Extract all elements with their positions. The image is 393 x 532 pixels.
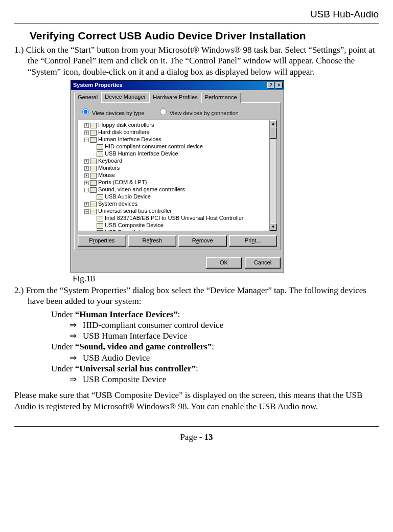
scroll-up-button[interactable]: ▲ [270,120,276,127]
tab-hardware-profiles[interactable]: Hardware Profiles [149,93,201,103]
btn-part: resh [151,237,162,243]
under-usb: Under “Universal serial bus controller”: [51,363,379,374]
refresh-button[interactable]: Refresh [128,235,177,247]
under-sound: Under “Sound, video and game controllers… [51,341,379,352]
tree-scrollbar[interactable]: ▲ ▼ [269,120,276,231]
scroll-down-button[interactable]: ▼ [270,224,276,231]
tree-item-usb-root-hub[interactable]: USB Root Hub [79,229,276,231]
ok-button[interactable]: OK [206,257,242,269]
remove-button[interactable]: Remove [178,235,227,247]
under-category: “Human Interface Devices” [75,309,178,319]
monitor-icon [90,166,97,171]
tree-item-usb-composite[interactable]: USB Composite Device [79,221,276,229]
tree-item-ports[interactable]: +Ports (COM & LPT) [79,179,276,186]
list-text: HID-compliant consumer control device [83,320,223,330]
arrow-icon: ⇒ [70,320,83,330]
list-item: ⇒USB Composite Device [70,374,379,385]
step-1: 1.) Click on the “Start” button from you… [14,45,379,77]
tree-label: Ports (COM & LPT) [98,179,147,185]
usb-icon [97,223,103,229]
closing-note: Please make sure that “USB Composite Dev… [14,390,379,412]
port-icon [90,180,97,186]
tab-panel: View devices by type View devices by con… [74,102,281,251]
tree-item-sound[interactable]: −Sound, video and game controllers [79,186,276,193]
hid-icon [90,137,97,143]
expander-icon[interactable]: + [84,130,89,135]
expander-icon[interactable]: − [84,138,89,142]
btn-part: t... [255,237,261,243]
sound-icon [97,194,103,200]
tab-performance[interactable]: Performance [201,93,241,103]
radio-label-part: ype [135,110,145,116]
system-icon [90,202,97,207]
tab-device-manager[interactable]: Device Manager [101,92,149,102]
dialog-title: System Properties [73,82,123,89]
radio-label-part: View devices by [92,110,134,116]
expander-icon[interactable]: + [84,202,89,207]
radio-by-connection[interactable]: View devices by connection [157,110,239,116]
section-title: Verifying Correct USB Audio Device Drive… [30,29,379,42]
list-text: USB Human Interface Device [83,331,187,341]
radio-by-connection-input[interactable] [160,108,167,115]
tree-item-system[interactable]: +System devices [79,200,276,207]
tree-label: Keyboard [98,158,122,164]
arrow-icon: ⇒ [70,352,83,363]
expander-icon[interactable]: + [84,166,89,171]
expander-icon[interactable]: + [84,181,89,185]
mouse-icon [90,173,97,179]
keyboard-icon [90,159,97,164]
tree-label: Intel 82371AB/EB PCI to USB Universal Ho… [105,215,243,221]
list-item: ⇒USB Human Interface Device [70,330,379,341]
tree-item-hid-usb[interactable]: USB Human Interface Device [79,150,276,157]
tree-label: Hard disk controllers [98,129,149,135]
btn-part: operties [95,237,114,243]
expander-icon[interactable]: + [84,173,89,178]
colon: : [212,342,214,351]
btn-part: Pri [245,237,251,243]
tree-item-hid[interactable]: −Human Interface Devices [79,136,276,143]
btn-part: R [192,237,196,243]
under-prefix: Under [51,309,75,319]
expander-icon[interactable]: + [84,159,89,164]
tree-label: System devices [98,201,137,207]
tree-item-usb-audio[interactable]: USB Audio Device [79,193,276,200]
tree-item-harddisk[interactable]: +Hard disk controllers [79,128,276,136]
tree-label: USB Human Interface Device [105,150,178,157]
product-name: USB Hub-Audio [310,9,379,19]
tree-item-monitors[interactable]: +Monitors [79,164,276,171]
tree-label: Human Interface Devices [98,136,161,142]
step-2: 2.) From the “System Properties” dialog … [14,285,379,307]
expander-icon[interactable]: + [84,123,89,128]
arrow-icon: ⇒ [70,374,83,385]
system-properties-dialog: System Properties ? × General Device Man… [71,80,284,273]
device-tree[interactable]: +Floppy disk controllers +Hard disk cont… [78,120,277,231]
print-button[interactable]: Print... [229,235,278,247]
cancel-button[interactable]: Cancel [245,257,281,269]
radio-by-type[interactable]: View devices by type [80,110,146,116]
btn-part: move [199,237,213,243]
usb-icon [97,230,103,231]
controller-icon [90,130,97,136]
tab-strip: General Device Manager Hardware Profiles… [74,92,281,102]
tree-label: Mouse [98,172,115,178]
tree-item-hid-consumer[interactable]: HID-compliant consumer control device [79,143,276,150]
expander-icon[interactable]: − [84,209,89,214]
tree-item-keyboard[interactable]: +Keyboard [79,157,276,164]
expander-icon[interactable]: − [84,188,89,192]
tree-item-floppy[interactable]: +Floppy disk controllers [79,121,276,128]
tree-item-usb-controller[interactable]: −Universal serial bus controller [79,207,276,214]
scroll-thumb[interactable] [270,127,276,139]
under-category: “Sound, video and game controllers” [75,342,212,351]
tab-general[interactable]: General [74,93,101,103]
radio-by-type-input[interactable] [82,108,89,115]
tree-item-mouse[interactable]: +Mouse [79,171,276,179]
sound-icon [90,187,97,193]
tree-label: USB Audio Device [105,193,151,199]
close-button[interactable]: × [275,82,283,88]
colon: : [178,309,180,319]
help-button[interactable]: ? [267,82,274,88]
properties-button[interactable]: Properties [78,235,126,247]
hid-icon [97,151,103,157]
tree-item-usb-host[interactable]: Intel 82371AB/EB PCI to USB Universal Ho… [79,214,276,221]
under-prefix: Under [51,364,75,373]
